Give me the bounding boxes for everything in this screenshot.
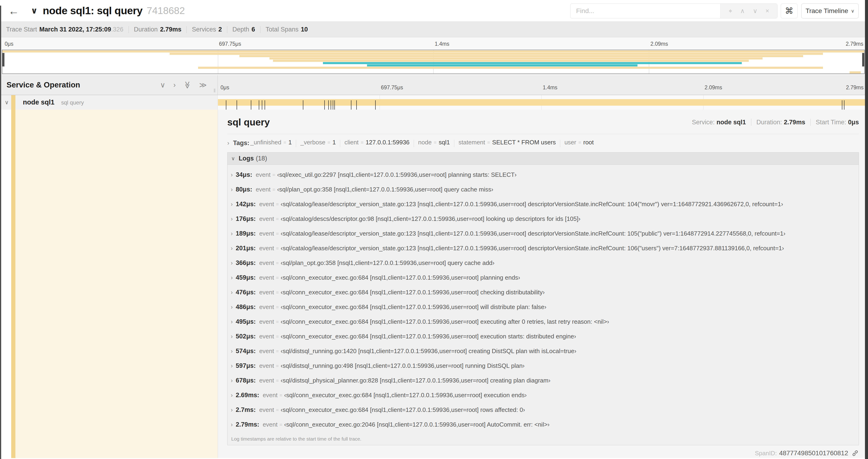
log-row[interactable]: ›459μs:event=‹sql/conn_executor_exec.go:… bbox=[231, 270, 859, 285]
log-field-value: ‹sql/conn_executor_exec.go:684 [nsql1,cl… bbox=[281, 406, 525, 414]
minimap-axis-label: 0μs bbox=[5, 41, 13, 47]
summary-label: Depth bbox=[232, 26, 249, 33]
tag-item[interactable]: node=sql1 bbox=[418, 139, 450, 146]
log-timestamp: 2.79ms: bbox=[236, 421, 259, 428]
trace-title-group[interactable]: ∨ node sql1: sql query 7418682 bbox=[31, 0, 185, 22]
chevron-right-icon[interactable]: › bbox=[231, 201, 232, 207]
minimap-span-bar bbox=[367, 64, 638, 66]
chevron-right-icon[interactable]: › bbox=[231, 216, 232, 222]
tag-item[interactable]: _unfinished=1 bbox=[250, 139, 292, 146]
find-clear-icon[interactable]: × bbox=[766, 7, 769, 15]
chevron-right-icon[interactable]: › bbox=[231, 304, 232, 310]
back-button[interactable]: ← bbox=[8, 5, 19, 17]
log-field-value: ‹sql/distsql_running.go:498 [nsql1,clien… bbox=[281, 362, 525, 369]
span-duration-bar[interactable] bbox=[218, 99, 865, 106]
view-selector-button[interactable]: Trace Timeline ∨ bbox=[801, 3, 859, 19]
log-row[interactable]: ›142μs:event=‹sql/catalog/lease/descript… bbox=[231, 197, 859, 211]
info-label: Start Time: bbox=[816, 119, 846, 126]
chevron-right-icon[interactable]: › bbox=[231, 377, 232, 384]
service-color-bar bbox=[11, 110, 16, 458]
tag-item[interactable]: user=root bbox=[564, 139, 594, 146]
window-right-scrollbar[interactable] bbox=[865, 0, 868, 459]
log-row[interactable]: ›189μs:event=‹sql/catalog/lease/descript… bbox=[231, 226, 859, 241]
tag-key: statement bbox=[459, 139, 485, 146]
log-timestamp: 597μs: bbox=[236, 362, 256, 369]
chevron-right-icon[interactable]: › bbox=[231, 406, 232, 413]
chevron-right-icon[interactable]: › bbox=[231, 260, 232, 266]
chevron-right-icon[interactable]: › bbox=[231, 333, 232, 340]
tags-section-header[interactable]: › Tags: _unfinished=1_verbose=1client=12… bbox=[227, 138, 859, 148]
span-name-cell[interactable]: ∨ node sql1 sql query bbox=[0, 95, 218, 110]
collapse-all-icon[interactable]: ≫ bbox=[183, 81, 192, 89]
logs-section-header[interactable]: ∨ Logs (18) bbox=[227, 153, 859, 165]
ruler-tick-label: 1.4ms bbox=[543, 85, 557, 91]
logs-section: ∨ Logs (18) ›34μs:event=‹sql/exec_util.g… bbox=[227, 152, 859, 445]
find-next-icon[interactable]: ∨ bbox=[753, 7, 757, 15]
log-field-key: event bbox=[259, 259, 274, 267]
log-row[interactable]: ›201μs:event=‹sql/catalog/lease/descript… bbox=[231, 241, 859, 256]
collapse-one-icon[interactable]: ∨ bbox=[160, 81, 165, 89]
logs-list: ›34μs:event=‹sql/exec_util.go:2297 [nsql… bbox=[227, 165, 859, 445]
ruler-tick-label: 0μs bbox=[220, 85, 229, 91]
find-input[interactable] bbox=[570, 4, 720, 18]
tag-item[interactable]: _verbose=1 bbox=[300, 139, 336, 146]
chevron-right-icon[interactable]: › bbox=[231, 421, 232, 428]
log-row[interactable]: ›176μs:event=‹sql/catalog/descs/descript… bbox=[231, 211, 859, 226]
log-row[interactable]: ›597μs:event=‹sql/distsql_running.go:498… bbox=[231, 358, 859, 373]
chevron-right-icon[interactable]: › bbox=[231, 318, 232, 325]
log-field-key: event bbox=[256, 186, 271, 193]
chevron-right-icon[interactable]: › bbox=[231, 348, 232, 355]
ruler-tick-label: 2.79ms bbox=[846, 85, 864, 91]
log-row[interactable]: ›2.79ms:event=‹sql/conn_executor_exec.go… bbox=[231, 417, 859, 432]
find-target-icon[interactable]: ⌖ bbox=[728, 7, 732, 15]
log-field-key: event bbox=[259, 362, 274, 369]
tag-value: 127.0.0.1:59936 bbox=[366, 139, 409, 146]
chevron-right-icon[interactable]: › bbox=[231, 245, 232, 252]
keyboard-shortcuts-button[interactable]: ⌘ bbox=[781, 3, 798, 19]
minimap-span-row bbox=[2, 60, 864, 62]
chevron-right-icon[interactable]: › bbox=[231, 392, 232, 399]
log-row[interactable]: ›574μs:event=‹sql/distsql_running.go:142… bbox=[231, 344, 859, 358]
log-row[interactable]: ›486μs:event=‹sql/conn_executor_exec.go:… bbox=[231, 300, 859, 315]
log-row[interactable]: ›80μs:event=‹sql/plan_opt.go:358 [nsql1,… bbox=[231, 182, 859, 197]
minimap-right-drag-handle[interactable] bbox=[862, 53, 864, 66]
chevron-right-icon[interactable]: › bbox=[231, 362, 232, 369]
chevron-right-icon[interactable]: › bbox=[231, 274, 232, 281]
log-row[interactable]: ›678μs:event=‹sql/distsql_physical_plann… bbox=[231, 373, 859, 388]
log-field-value: ‹sql/conn_executor_exec.go:684 [nsql1,cl… bbox=[281, 289, 545, 296]
chevron-down-icon[interactable]: ∨ bbox=[231, 156, 235, 162]
tag-item[interactable]: client=127.0.0.1:59936 bbox=[344, 139, 409, 146]
log-row[interactable]: ›495μs:event=‹sql/conn_executor_exec.go:… bbox=[231, 315, 859, 329]
column-resize-grip[interactable]: ‖ bbox=[214, 88, 216, 94]
log-row[interactable]: ›34μs:event=‹sql/exec_util.go:2297 [nsql… bbox=[231, 167, 859, 182]
log-row[interactable]: ›502μs:event=‹sql/conn_executor_exec.go:… bbox=[231, 329, 859, 344]
expand-all-icon[interactable]: ≫ bbox=[199, 81, 207, 89]
log-row[interactable]: ›2.69ms:event=‹sql/conn_executor_exec.go… bbox=[231, 388, 859, 402]
equals-sign: = bbox=[276, 363, 279, 369]
tag-value: 1 bbox=[288, 139, 292, 146]
minimap-axis-label: 697.75μs bbox=[219, 41, 241, 47]
expand-one-icon[interactable]: › bbox=[174, 81, 176, 89]
chevron-right-icon[interactable]: › bbox=[231, 289, 232, 296]
chevron-right-icon[interactable]: › bbox=[227, 139, 229, 147]
tag-item[interactable]: statement=SELECT * FROM users bbox=[459, 139, 556, 146]
log-row[interactable]: ›2.7ms:event=‹sql/conn_executor_exec.go:… bbox=[231, 402, 859, 417]
log-field-value: ‹sql/distsql_running.go:1420 [nsql1,clie… bbox=[281, 348, 576, 355]
chevron-down-icon[interactable]: ∨ bbox=[31, 6, 37, 15]
link-icon[interactable] bbox=[851, 450, 859, 457]
log-timestamp: 495μs: bbox=[236, 318, 256, 325]
find-prev-icon[interactable]: ∧ bbox=[740, 7, 745, 15]
chevron-right-icon[interactable]: › bbox=[231, 230, 232, 237]
equals-sign: = bbox=[276, 304, 279, 310]
equals-sign: = bbox=[276, 290, 279, 295]
minimap-left-drag-handle[interactable] bbox=[2, 53, 4, 66]
chevron-right-icon[interactable]: › bbox=[231, 186, 232, 193]
chevron-right-icon[interactable]: › bbox=[231, 171, 232, 178]
minimap-span-row bbox=[2, 55, 864, 57]
minimap-span-row bbox=[2, 69, 864, 71]
log-row[interactable]: ›366μs:event=‹sql/plan_opt.go:358 [nsql1… bbox=[231, 256, 859, 270]
chevron-down-icon[interactable]: ∨ bbox=[5, 99, 9, 106]
equals-sign: = bbox=[276, 216, 279, 222]
minimap-canvas[interactable] bbox=[2, 50, 865, 74]
log-row[interactable]: ›476μs:event=‹sql/conn_executor_exec.go:… bbox=[231, 285, 859, 300]
